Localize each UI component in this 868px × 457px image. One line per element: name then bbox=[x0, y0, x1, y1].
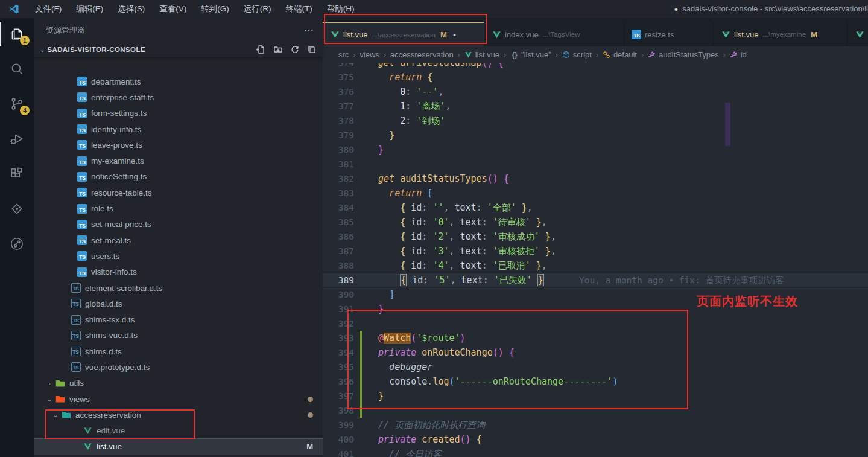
code-line-389[interactable]: 389 { id: '5', text: '已失效' }You, a month… bbox=[323, 273, 868, 287]
tree-item-noticeSetting.ts[interactable]: TSnoticeSetting.ts bbox=[34, 169, 323, 185]
code-line-377[interactable]: 377 1: '离场', bbox=[323, 99, 868, 113]
more-actions-icon[interactable]: ⋯ bbox=[304, 25, 314, 36]
activity-extensions-icon[interactable] bbox=[0, 158, 34, 190]
typescript-def-file-icon: TS bbox=[71, 299, 81, 308]
breadcrumb-item-script[interactable]: script bbox=[562, 50, 592, 59]
code-line-384[interactable]: 384 { id: '', text: '全部' }, bbox=[323, 200, 868, 215]
activity-ext-diamond-icon[interactable] bbox=[0, 193, 34, 225]
typescript-file-icon: TS bbox=[77, 188, 87, 197]
tree-item-vue.prototype.d.ts[interactable]: TSvue.prototype.d.ts bbox=[34, 359, 323, 375]
breadcrumb-item-default[interactable]: default bbox=[603, 50, 637, 59]
tab-list.vue[interactable]: list.vue...\myexamineM bbox=[714, 22, 847, 46]
tab-label: resize.ts bbox=[645, 30, 674, 39]
tree-item-shims-vue.d.ts[interactable]: TSshims-vue.d.ts bbox=[34, 328, 323, 344]
breadcrumb-item-list.vue[interactable]: {}"list.vue" bbox=[510, 50, 551, 59]
tree-item-label: shims.d.ts bbox=[85, 347, 122, 356]
code-line-376[interactable]: 376 0: '--', bbox=[323, 85, 868, 99]
tree-item-utils[interactable]: ›utils bbox=[34, 376, 323, 391]
tree-item-leave-prove.ts[interactable]: TSleave-prove.ts bbox=[34, 137, 323, 153]
tree-item-billinginfo[interactable]: ›billinginfo bbox=[34, 455, 323, 457]
activity-search-icon[interactable] bbox=[0, 53, 34, 85]
menu-item-编辑E[interactable]: 编辑(E) bbox=[69, 0, 110, 18]
code-line-380[interactable]: 380 } bbox=[323, 142, 868, 157]
tree-item-label: leave-prove.ts bbox=[91, 141, 142, 150]
code-line-388[interactable]: 388 { id: '4', text: '已取消' }, bbox=[323, 258, 868, 273]
method-symbol-icon bbox=[730, 51, 738, 59]
tree-item-resource-table.ts[interactable]: TSresource-table.ts bbox=[34, 185, 323, 200]
folder-views-icon bbox=[55, 394, 65, 404]
tree-item-users.ts[interactable]: TSusers.ts bbox=[34, 248, 323, 264]
workspace-section-header[interactable]: ⌄ SADAIS-VISITOR-CONSOLE bbox=[34, 42, 323, 57]
code-line-401[interactable]: 401 // 今日访客 bbox=[323, 447, 868, 457]
refresh-icon[interactable] bbox=[290, 45, 300, 54]
collapse-all-icon[interactable] bbox=[307, 45, 317, 54]
menu-item-选择S[interactable]: 选择(S) bbox=[110, 0, 152, 18]
tree-item-department.ts[interactable]: TSdepartment.ts bbox=[34, 74, 323, 89]
code-line-386[interactable]: 386 { id: '2', text: '审核成功' }, bbox=[323, 229, 868, 244]
breadcrumb-item-list.vue[interactable]: list.vue bbox=[464, 50, 499, 59]
menu-item-文件F[interactable]: 文件(F) bbox=[28, 0, 69, 18]
code-line-375[interactable]: 375 return { bbox=[323, 70, 868, 85]
new-file-icon[interactable] bbox=[256, 45, 266, 54]
code-line-381[interactable]: 381 bbox=[323, 157, 868, 171]
breadcrumb-separator-icon: › bbox=[641, 51, 644, 59]
annotation-note: 页面内监听不生效 bbox=[697, 293, 798, 310]
tab-resize.ts[interactable]: TSresize.ts bbox=[624, 22, 714, 46]
code-line-382[interactable]: 382 get auditStatusTypes() { bbox=[323, 171, 868, 186]
tree-item-identity-info.ts[interactable]: TSidentity-info.ts bbox=[34, 121, 323, 137]
typescript-def-file-icon: TS bbox=[71, 331, 81, 340]
tree-item-my-examine.ts[interactable]: TSmy-examine.ts bbox=[34, 153, 323, 168]
line-number: 377 bbox=[323, 99, 354, 113]
badge-explorer: 1 bbox=[20, 36, 30, 45]
code-line-383[interactable]: 383 return [ bbox=[323, 186, 868, 200]
tree-item-form-settings.ts[interactable]: TSform-settings.ts bbox=[34, 106, 323, 121]
tree-item-views[interactable]: ⌄views bbox=[34, 391, 323, 407]
breadcrumb[interactable]: src›views›accessreservation›list.vue›{}"… bbox=[323, 46, 868, 63]
menu-item-转到G[interactable]: 转到(G) bbox=[194, 0, 236, 18]
activity-ext-circle-icon[interactable] bbox=[0, 228, 34, 260]
tree-item-shims.d.ts[interactable]: TSshims.d.ts bbox=[34, 344, 323, 359]
breadcrumb-item-auditStatusTypes[interactable]: auditStatusTypes bbox=[648, 50, 719, 59]
breadcrumb-item-src[interactable]: src bbox=[338, 50, 349, 59]
menu-item-查看V[interactable]: 查看(V) bbox=[152, 0, 194, 18]
code-text: // 今日访客 bbox=[367, 447, 442, 457]
menu-item-运行R[interactable]: 运行(R) bbox=[236, 0, 279, 18]
tree-item-global.d.ts[interactable]: TSglobal.d.ts bbox=[34, 296, 323, 312]
menu-item-终端T[interactable]: 终端(T) bbox=[279, 0, 320, 18]
activity-run-debug-icon[interactable] bbox=[0, 123, 34, 155]
code-line-387[interactable]: 387 { id: '3', text: '审核被拒' }, bbox=[323, 244, 868, 258]
activity-source-control-icon[interactable]: 4 bbox=[0, 88, 34, 120]
tree-item-shims-tsx.d.ts[interactable]: TSshims-tsx.d.ts bbox=[34, 312, 323, 327]
tree-item-set-meal.ts[interactable]: TSset-meal.ts bbox=[34, 232, 323, 248]
tab-index.vue[interactable]: index.vue...\TagsView bbox=[484, 22, 624, 46]
breadcrumb-item-id[interactable]: id bbox=[730, 50, 747, 59]
typescript-file-icon: TS bbox=[77, 251, 87, 261]
activity-explorer-icon[interactable]: 1 bbox=[0, 18, 34, 50]
code-line-379[interactable]: 379 } bbox=[323, 128, 868, 142]
breadcrumb-item-accessreservation[interactable]: accessreservation bbox=[390, 50, 454, 59]
tree-item-element-scrollbar.d.ts[interactable]: TSelement-scrollbar.d.ts bbox=[34, 280, 323, 296]
code-line-400[interactable]: 400 private created() { bbox=[323, 432, 868, 447]
tree-item-list.vue[interactable]: list.vueM bbox=[34, 439, 323, 455]
code-text: { id: '2', text: '审核成功' }, bbox=[367, 229, 556, 244]
typescript-file-icon: TS bbox=[77, 140, 87, 150]
tree-item-role.ts[interactable]: TSrole.ts bbox=[34, 200, 323, 216]
tree-item-set-meal-price.ts[interactable]: TSset-meal-price.ts bbox=[34, 217, 323, 232]
code-text: ] bbox=[367, 287, 394, 302]
tree-item-label: shims-tsx.d.ts bbox=[85, 315, 135, 324]
tree-item-label: department.ts bbox=[91, 77, 141, 86]
code-line-399[interactable]: 399 // 页面初始化时执行查询 bbox=[323, 418, 868, 432]
code-line-378[interactable]: 378 2: '到场' bbox=[323, 113, 868, 128]
new-folder-icon[interactable] bbox=[273, 45, 283, 54]
unsaved-dot-icon: ● bbox=[674, 5, 679, 13]
breadcrumb-item-views[interactable]: views bbox=[360, 50, 379, 59]
line-number: 388 bbox=[323, 258, 354, 273]
tree-item-visitor-info.ts[interactable]: TSvisitor-info.ts bbox=[34, 264, 323, 280]
tree-item-enterprise-staff.ts[interactable]: TSenterprise-staff.ts bbox=[34, 89, 323, 105]
line-number: 386 bbox=[323, 229, 354, 244]
breadcrumb-separator-icon: › bbox=[353, 51, 355, 59]
tab-partial[interactable] bbox=[847, 22, 868, 46]
code-line-385[interactable]: 385 { id: '0', text: '待审核' }, bbox=[323, 215, 868, 229]
line-number: 378 bbox=[323, 113, 354, 128]
breadcrumb-separator-icon: › bbox=[504, 51, 506, 59]
